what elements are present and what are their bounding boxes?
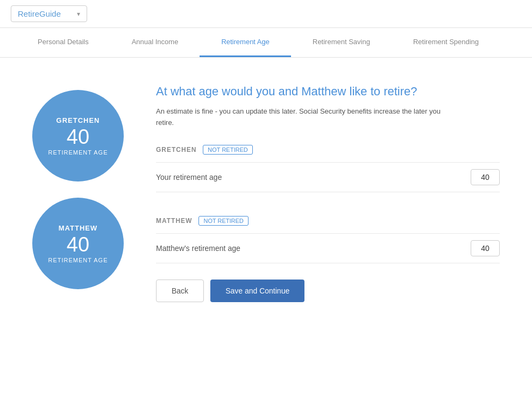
matthew-circle-name: MATTHEW [59,224,97,232]
matthew-age-input[interactable] [471,240,500,256]
page-heading: At what age would you and Matthew like t… [156,85,500,99]
tab-personal-details[interactable]: Personal Details [16,28,110,57]
matthew-header: MATTHEW NOT RETIRED [156,216,500,226]
brand-label: RetireGuide [18,9,61,18]
page-subtitle: An estimate is fine - you can update thi… [156,106,457,129]
gretchen-circle-age: 40 [67,127,89,147]
matthew-avatar: MATTHEW 40 RETIREMENT AGE [32,198,124,289]
matthew-age-row: Matthew's retirement age [156,233,500,263]
back-button[interactable]: Back [156,280,204,302]
matthew-circle-label: RETIREMENT AGE [48,257,108,263]
app-header: RetireGuide ▾ [0,0,532,28]
gretchen-age-row: Your retirement age [156,162,500,192]
gretchen-section: GRETCHEN NOT RETIRED Your retirement age [156,145,500,192]
gretchen-circle-label: RETIREMENT AGE [48,149,108,156]
save-continue-button[interactable]: Save and Continue [210,280,304,302]
gretchen-age-input[interactable] [471,169,500,185]
tab-retirement-saving[interactable]: Retirement Saving [291,28,392,57]
tab-retirement-age[interactable]: Retirement Age [200,28,291,57]
tab-annual-income[interactable]: Annual Income [110,28,200,57]
matthew-circle-age: 40 [67,234,89,255]
gretchen-name-label: GRETCHEN [156,146,196,153]
gretchen-circle-name: GRETCHEN [56,116,100,124]
brand-dropdown[interactable]: RetireGuide ▾ [11,5,87,22]
nav-tabs: Personal Details Annual Income Retiremen… [0,28,532,58]
form-area: At what age would you and Matthew like t… [156,79,500,348]
matthew-status-badge[interactable]: NOT RETIRED [198,216,248,226]
matthew-section: MATTHEW NOT RETIRED Matthew's retirement… [156,216,500,263]
tab-retirement-spending[interactable]: Retirement Spending [392,28,500,57]
matthew-field-label: Matthew's retirement age [156,244,463,253]
chevron-down-icon: ▾ [77,10,80,18]
main-content: GRETCHEN 40 RETIREMENT AGE MATTHEW 40 RE… [0,58,532,370]
button-row: Back Save and Continue [156,280,500,302]
gretchen-field-label: Your retirement age [156,173,463,181]
gretchen-status-badge[interactable]: NOT RETIRED [203,145,252,155]
avatar-circles: GRETCHEN 40 RETIREMENT AGE MATTHEW 40 RE… [32,79,124,348]
gretchen-avatar: GRETCHEN 40 RETIREMENT AGE [32,90,124,181]
matthew-name-label: MATTHEW [156,217,192,225]
gretchen-header: GRETCHEN NOT RETIRED [156,145,500,155]
